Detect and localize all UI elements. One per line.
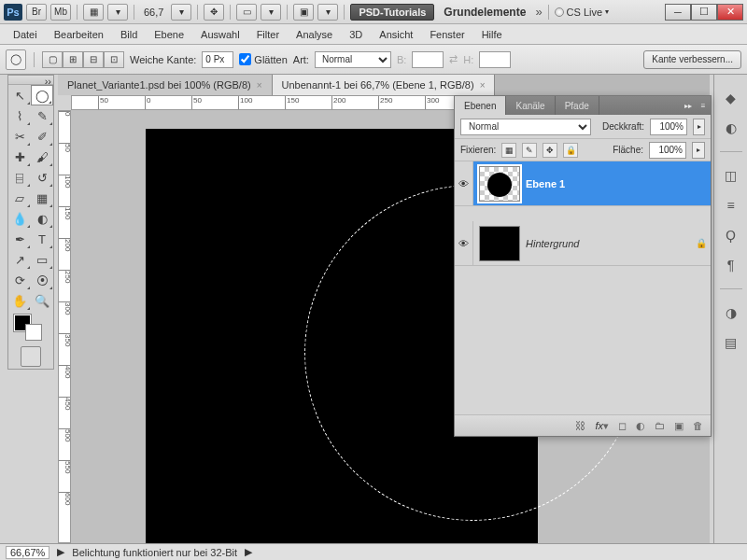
opacity-flyout-icon[interactable]: ▸	[693, 119, 705, 135]
paragraph-icon[interactable]: ¶	[721, 255, 741, 275]
lock-transparency-button[interactable]: ▦	[501, 143, 516, 158]
panel-tab-kanaele[interactable]: Kanäle	[506, 96, 555, 115]
screenmode-dropdown-icon[interactable]: ▾	[317, 4, 338, 21]
hand-tool-button[interactable]: ✥	[204, 4, 224, 21]
zoom-tool[interactable]: 🔍	[31, 290, 53, 311]
menu-3d[interactable]: 3D	[342, 27, 370, 42]
visibility-toggle[interactable]: 👁	[455, 161, 473, 205]
adjustments-icon[interactable]: ◑	[721, 302, 741, 323]
background-swatch[interactable]	[25, 324, 42, 341]
eraser-tool[interactable]: ▱	[8, 188, 31, 208]
workspace-more-icon[interactable]: »	[535, 5, 542, 19]
view-extras-button[interactable]: ▦	[83, 4, 104, 21]
layers-icon[interactable]: ◆	[721, 88, 741, 108]
delete-layer-icon[interactable]: 🗑	[693, 420, 703, 431]
menu-ansicht[interactable]: Ansicht	[372, 27, 420, 42]
document-tab-1[interactable]: Planet_Variante1.psd bei 100% (RGB/8)×	[58, 75, 273, 95]
feather-input[interactable]	[202, 51, 233, 68]
new-layer-icon[interactable]: ▣	[674, 420, 684, 432]
stamp-tool[interactable]: ⌸	[8, 167, 31, 188]
menu-bild[interactable]: Bild	[113, 27, 145, 42]
pen-tool[interactable]: ✒	[8, 229, 31, 249]
layer-mask-icon[interactable]: ◻	[618, 420, 627, 432]
minibridge-button[interactable]: Mb	[50, 4, 71, 21]
antialias-checkbox[interactable]: Glätten	[239, 53, 287, 65]
healing-tool[interactable]: ✚	[8, 147, 31, 167]
layer-group-icon[interactable]: 🗀	[655, 420, 665, 431]
arrange-dropdown-icon[interactable]: ▾	[261, 4, 281, 21]
status-zoom[interactable]: 66,67%	[6, 546, 49, 559]
eyedropper-tool[interactable]: ✐	[31, 126, 53, 147]
arrange-button[interactable]: ▭	[236, 4, 257, 21]
layer-thumbnail[interactable]	[479, 166, 520, 202]
quickmask-button[interactable]	[21, 346, 41, 367]
3d-camera-tool[interactable]: ⦿	[31, 270, 53, 290]
bridge-button[interactable]: Br	[26, 4, 47, 21]
menu-analyse[interactable]: Analyse	[289, 27, 340, 42]
selection-new-button[interactable]: ▢	[42, 51, 63, 68]
screenmode-button[interactable]: ▣	[293, 4, 314, 21]
link-layers-icon[interactable]: ⛓	[575, 420, 585, 431]
color-swatches[interactable]	[8, 311, 53, 344]
path-tool[interactable]: ↗	[8, 249, 31, 270]
blend-mode-select[interactable]: Normal	[460, 119, 591, 135]
panel-tab-pfade[interactable]: Pfade	[556, 96, 599, 115]
3d-tool[interactable]: ⟳	[8, 270, 31, 290]
menu-filter[interactable]: Filter	[249, 27, 287, 42]
selection-intersect-button[interactable]: ⊡	[104, 51, 124, 68]
fill-flyout-icon[interactable]: ▸	[692, 142, 705, 159]
lasso-tool[interactable]: ⌇	[8, 105, 31, 126]
refine-edge-button[interactable]: Kante verbessern...	[643, 50, 741, 69]
menu-datei[interactable]: Datei	[6, 27, 45, 42]
menu-ebene[interactable]: Ebene	[147, 27, 191, 42]
gradient-tool[interactable]: ▦	[31, 188, 53, 208]
character-icon[interactable]: Ϙ	[721, 225, 741, 245]
workspace-mode-label[interactable]: Grundelemente	[444, 6, 526, 19]
lock-pixels-button[interactable]: ✎	[522, 143, 537, 158]
document-tab-2[interactable]: Unbenannt-1 bei 66,7% (Ebene 1, RGB/8)×	[273, 75, 496, 95]
style-select[interactable]: Normal	[315, 51, 391, 68]
maximize-button[interactable]: ☐	[691, 4, 717, 21]
panel-menu-icon[interactable]: ≡	[696, 96, 711, 115]
visibility-toggle[interactable]: 👁	[455, 221, 473, 265]
layer-name[interactable]: Hintergrund	[526, 238, 692, 249]
ruler-vertical[interactable]: 050100150200250300350400450500550600	[58, 110, 71, 543]
close-tab-icon[interactable]: ×	[480, 80, 486, 91]
quickselect-tool[interactable]: ✎	[31, 105, 53, 126]
marquee-tool[interactable]: ◯	[31, 85, 53, 105]
layer-row-hintergrund[interactable]: 👁 Hintergrund 🔒	[455, 221, 711, 266]
menu-hilfe[interactable]: Hilfe	[474, 27, 510, 42]
dodge-tool[interactable]: ◐	[31, 208, 53, 229]
transform-icon[interactable]: ◫	[721, 165, 741, 186]
type-tool[interactable]: T	[31, 229, 53, 249]
color-icon[interactable]: ◐	[721, 118, 741, 138]
selection-add-button[interactable]: ⊞	[63, 51, 83, 68]
zoom-display[interactable]: 66,7	[144, 7, 163, 18]
lock-position-button[interactable]: ✥	[543, 143, 557, 158]
history-brush-tool[interactable]: ↺	[31, 167, 53, 188]
layer-thumbnail[interactable]	[479, 226, 520, 261]
view-dropdown-icon[interactable]: ▾	[107, 4, 128, 21]
status-arrow-icon[interactable]: ▶	[57, 546, 64, 558]
close-button[interactable]: ✕	[717, 4, 743, 21]
cslive-button[interactable]: CS Live▾	[555, 7, 610, 18]
minimize-button[interactable]: ─	[665, 4, 691, 21]
status-more-icon[interactable]: ▶	[245, 546, 252, 558]
opacity-input[interactable]	[650, 119, 687, 135]
crop-tool[interactable]: ✂	[8, 126, 31, 147]
panel-tab-ebenen[interactable]: Ebenen	[455, 96, 506, 115]
panel-collapse-icon[interactable]: ▸▸	[681, 96, 696, 115]
current-tool-icon[interactable]: ◯	[6, 49, 26, 70]
move-tool[interactable]: ↖	[8, 85, 31, 105]
zoom-dropdown-icon[interactable]: ▾	[171, 4, 191, 21]
selection-subtract-button[interactable]: ⊟	[83, 51, 104, 68]
layer-row-ebene1[interactable]: 👁 Ebene 1	[455, 161, 711, 206]
blur-tool[interactable]: 💧	[8, 208, 31, 229]
adjustment-layer-icon[interactable]: ◐	[636, 420, 645, 432]
layer-fx-icon[interactable]: fx▾	[595, 420, 609, 432]
menu-fenster[interactable]: Fenster	[422, 27, 472, 42]
menu-auswahl[interactable]: Auswahl	[193, 27, 247, 42]
shape-tool[interactable]: ▭	[31, 249, 53, 270]
layer-name[interactable]: Ebene 1	[526, 178, 711, 189]
hand-tool[interactable]: ✋	[8, 290, 31, 311]
